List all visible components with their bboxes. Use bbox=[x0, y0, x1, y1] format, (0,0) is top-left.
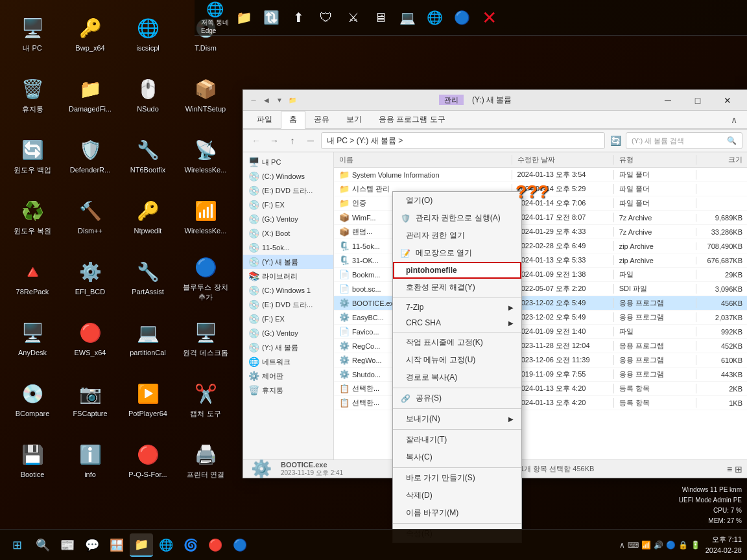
desktop-icon-fscapture[interactable]: 📷 FSCapture bbox=[64, 372, 116, 427]
desktop-icon-partassist[interactable]: 🔧 PartAssist bbox=[122, 250, 174, 305]
address-path[interactable]: 내 PC > (Y:) 새 볼륨 > bbox=[321, 132, 605, 149]
sidebar-item-13[interactable]: 💿(Y:) 새 볼륨 bbox=[243, 340, 333, 355]
tray-up-arrow[interactable]: ∧ bbox=[619, 541, 625, 550]
desktop-icon-potplayer[interactable]: ▶️ PotPlayer64 bbox=[122, 372, 174, 427]
desktop-icon-bcompare[interactable]: 💿 BCompare bbox=[6, 372, 58, 427]
refresh-icon[interactable]: 🔃 bbox=[260, 6, 283, 29]
nav-back-arrow[interactable]: ◀ bbox=[261, 95, 272, 106]
ctx-item-11[interactable]: 시작 메뉴에 고정(U) bbox=[393, 351, 521, 369]
desktop-icon-damagedfi[interactable]: 📁 DamagedFi... bbox=[64, 67, 116, 122]
view-toggle[interactable]: ≡ ⊞ bbox=[727, 464, 742, 474]
sidebar-item-12[interactable]: 💿(G:) Ventoy bbox=[243, 326, 333, 340]
sidebar-item-4[interactable]: 💿(G:) Ventoy bbox=[243, 212, 333, 226]
taskbar-clock[interactable]: 오후 7:11 2024-02-28 bbox=[706, 534, 742, 555]
desktop-icon-ntpwedit[interactable]: 🔑 Ntpwedit bbox=[122, 189, 174, 244]
ctx-item-12[interactable]: 경로로 복사(A) bbox=[393, 369, 521, 386]
laptop-icon[interactable]: 💻 bbox=[396, 6, 420, 29]
sidebar-item-10[interactable]: 💿(E:) DVD 드라... bbox=[243, 298, 333, 312]
start-button[interactable]: ⊞ bbox=[5, 533, 29, 557]
sidebar-item-8[interactable]: 📚라이브러리 bbox=[243, 269, 333, 283]
sword-icon[interactable]: ⚔ bbox=[342, 6, 365, 29]
desktop-icon-pqs-for[interactable]: 🔴 P-Q-S-For... bbox=[122, 433, 174, 488]
ctx-item-10[interactable]: 작업 표시줄에 고정(K) bbox=[393, 334, 521, 351]
folder-icon[interactable]: 📁 bbox=[233, 6, 256, 29]
ctx-item-0[interactable]: 열기(O) bbox=[393, 192, 521, 209]
taskbar-widgets[interactable]: 📰 bbox=[56, 533, 79, 557]
taskbar-app2[interactable]: 🔵 bbox=[228, 533, 252, 557]
desktop-icon-capture-tool[interactable]: ✂️ 캡처 도구 bbox=[180, 372, 231, 427]
ctx-item-14[interactable]: 🔗 공유(S) bbox=[393, 390, 521, 407]
desktop-icon-defenderr[interactable]: 🛡️ DefenderR... bbox=[64, 128, 116, 183]
tab-view[interactable]: 보기 bbox=[338, 111, 370, 128]
desktop-icon-nsudo[interactable]: 🖱️ NSudo bbox=[122, 67, 174, 122]
ctx-item-pintohomefile[interactable]: pintohomefile bbox=[393, 262, 521, 279]
minimize-button[interactable]: ─ bbox=[653, 90, 683, 111]
taskbar-search[interactable]: 🔍 bbox=[31, 533, 54, 557]
ctx-item-5[interactable]: 호환성 문제 해결(Y) bbox=[393, 279, 521, 296]
ctx-item-8[interactable]: CRC SHA ▶ bbox=[393, 315, 521, 331]
desktop-icon-printer[interactable]: 🖨️ 프린터 연결 bbox=[180, 433, 231, 488]
window-menu-btn[interactable]: ─ bbox=[248, 95, 259, 106]
ctx-item-23[interactable]: 이름 바꾸기(M) bbox=[393, 504, 521, 522]
taskbar-view[interactable]: 🪟 bbox=[105, 533, 128, 557]
ctx-item-19[interactable]: 복사(C) bbox=[393, 449, 521, 466]
ribbon-expand-btn[interactable]: ∧ bbox=[726, 115, 742, 125]
ctx-item-22[interactable]: 삭제(D) bbox=[393, 487, 521, 504]
tray-security[interactable]: 🔒 bbox=[678, 541, 688, 550]
desktop-icon-wirelesske2[interactable]: 📶 WirelessKe... bbox=[180, 189, 231, 244]
sidebar-item-7[interactable]: 💿(Y:) 새 볼륨 bbox=[243, 255, 333, 269]
desktop-icon-dism[interactable]: 🔨 Dism++ bbox=[64, 189, 116, 244]
tray-volume[interactable]: 🔊 bbox=[654, 541, 663, 550]
tab-file[interactable]: 파일 bbox=[248, 111, 281, 128]
tab-app-tools[interactable]: 응용 프로그램 도구 bbox=[370, 111, 454, 128]
tray-battery[interactable]: 🔋 bbox=[691, 541, 700, 550]
sidebar-item-5[interactable]: 💿(X:) Boot bbox=[243, 226, 333, 240]
desktop-icon-ews-x64[interactable]: 🔴 EWS_x64 bbox=[64, 311, 116, 366]
desktop-icon-winntsetup[interactable]: 📦 WinNTSetup bbox=[180, 67, 231, 122]
ctx-item-21[interactable]: 바로 가기 만들기(S) bbox=[393, 469, 521, 487]
taskbar-app1[interactable]: 🔴 bbox=[204, 533, 227, 557]
monitor-icon[interactable]: 🖥 bbox=[369, 6, 392, 29]
taskbar-edge[interactable]: 🌀 bbox=[179, 533, 202, 557]
desktop-icon-iscsicpl[interactable]: 🌐 iscsicpl bbox=[122, 6, 174, 62]
desktop-icon-anydesk[interactable]: 🖥️ AnyDesk bbox=[6, 311, 58, 366]
nav-back-button[interactable]: ← bbox=[248, 133, 264, 148]
ctx-item-7[interactable]: 7-Zip ▶ bbox=[393, 299, 521, 315]
sidebar-item-3[interactable]: 💿(F:) EX bbox=[243, 198, 333, 212]
desktop-icon-partitioncal[interactable]: 💻 partitionCal bbox=[122, 311, 174, 366]
close-button[interactable]: ✕ bbox=[713, 90, 742, 111]
ctx-item-18[interactable]: 잘라내기(T) bbox=[393, 431, 521, 449]
desktop-icon-windows-backup[interactable]: 🔄 윈도우 백업 bbox=[6, 128, 58, 183]
tab-share[interactable]: 공유 bbox=[305, 111, 338, 128]
sidebar-item-2[interactable]: 💿(E:) DVD 드라... bbox=[243, 183, 333, 198]
taskbar-chrome[interactable]: 🌐 bbox=[154, 533, 178, 557]
maximize-button[interactable]: □ bbox=[683, 90, 713, 111]
sidebar-item-0[interactable]: 🖥️내 PC bbox=[243, 155, 333, 169]
desktop-icon-info[interactable]: ℹ️ info bbox=[64, 433, 116, 488]
tab-home[interactable]: 홈 bbox=[281, 111, 305, 129]
sidebar-item-6[interactable]: 💿11-5ok... bbox=[243, 240, 333, 255]
desktop-icon-recycle[interactable]: 🗑️ 휴지통 bbox=[6, 67, 58, 122]
taskbar-chat[interactable]: 💬 bbox=[80, 533, 104, 557]
bluetooth-icon[interactable]: 🔵 bbox=[451, 6, 474, 29]
web-icon[interactable]: 🌐 bbox=[423, 6, 447, 29]
desktop-icon-bwp-x64[interactable]: 🔑 Bwp_x64 bbox=[64, 6, 116, 62]
ctx-item-16[interactable]: 보내기(N) ▶ bbox=[393, 410, 521, 428]
table-row[interactable]: 📁 System Volume Information 2024-01-13 오… bbox=[334, 168, 747, 182]
sidebar-item-15[interactable]: ⚙️제어판 bbox=[243, 369, 333, 383]
tray-network[interactable]: 📶 bbox=[641, 541, 651, 550]
desktop-icon-nt6bootfix[interactable]: 🔧 NT6Bootfix bbox=[122, 128, 174, 183]
sidebar-item-9[interactable]: 💿(C:) Windows 1 bbox=[243, 283, 333, 298]
sidebar-item-11[interactable]: 💿(F:) EX bbox=[243, 312, 333, 326]
nav-recent-button[interactable]: ─ bbox=[303, 133, 318, 148]
sidebar-item-16[interactable]: 🗑️휴지통 bbox=[243, 383, 333, 397]
tray-bluetooth[interactable]: 🔵 bbox=[666, 541, 676, 550]
up-icon[interactable]: ⬆ bbox=[287, 6, 311, 29]
desktop-icon-bootice[interactable]: 💾 Bootice bbox=[6, 433, 58, 488]
search-box[interactable]: (Y:) 새 볼륨 검색 🔍 bbox=[626, 132, 742, 149]
shield-icon[interactable]: 🛡 bbox=[314, 6, 338, 29]
sidebar-item-1[interactable]: 💿(C:) Windows bbox=[243, 169, 333, 183]
desktop-icon-my-pc[interactable]: 🖥️ 내 PC bbox=[6, 6, 58, 62]
taskbar-explorer[interactable]: 📁 bbox=[130, 533, 153, 557]
ctx-item-1[interactable]: 🛡️ 관리자 권한으로 실행(A) bbox=[393, 209, 521, 227]
